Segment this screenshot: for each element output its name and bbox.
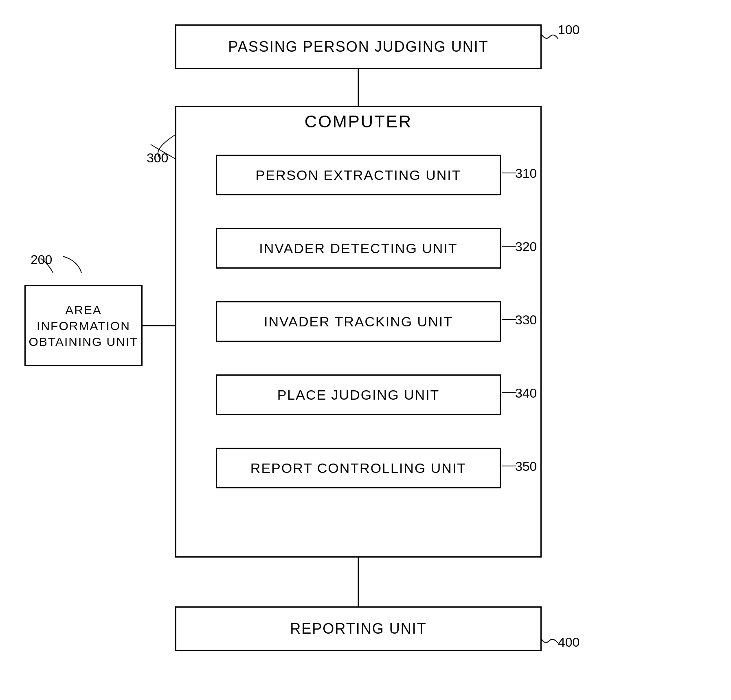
ref-100-leader [538,24,562,41]
reporting-unit-box: REPORTING UNIT [175,606,542,651]
computer-label: COMPUTER [175,112,542,131]
ref-400-leader [538,627,566,647]
ref-330-leader [500,313,520,326]
ref-200-leader [29,252,57,277]
invader-tracking-unit-box: INVADER TRACKING UNIT [216,301,501,342]
person-extracting-unit-box: PERSON EXTRACTING UNIT [216,155,501,195]
ref-340-leader [500,387,520,399]
diagram: PASSING PERSON JUDGING UNIT 100 COMPUTER… [0,0,731,700]
invader-detecting-unit-box: INVADER DETECTING UNIT [216,228,501,269]
ref-350-leader [500,460,520,472]
ref-320-leader [500,240,520,252]
report-controlling-unit-box: REPORT CONTROLLING UNIT [216,448,501,488]
place-judging-unit-box: PLACE JUDGING UNIT [216,374,501,415]
area-information-obtaining-unit-box: AREA INFORMATION OBTAINING UNIT [24,285,143,366]
ref-300-leader [145,138,181,163]
passing-person-label: PASSING PERSON JUDGING UNIT [228,38,488,55]
passing-person-judging-unit-box: PASSING PERSON JUDGING UNIT [175,24,542,69]
ref-310-leader [500,167,520,179]
